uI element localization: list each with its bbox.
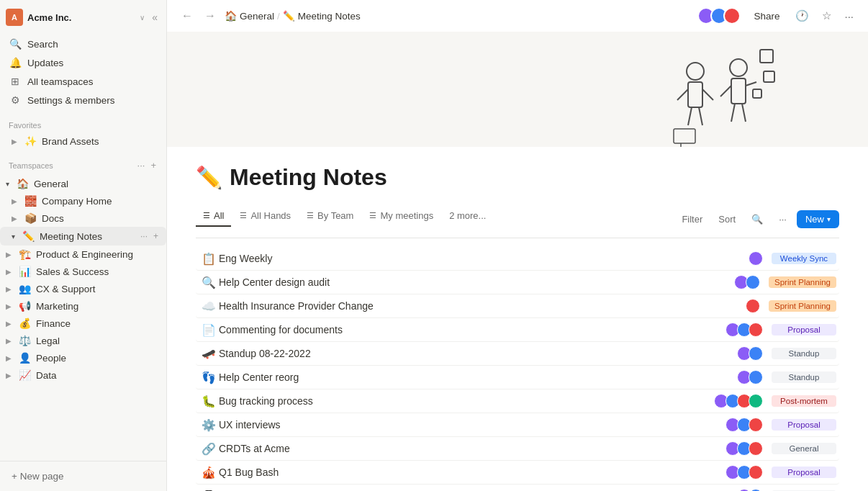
tab-more-label: 2 more... <box>449 210 486 221</box>
sort-button[interactable]: Sort <box>713 211 741 228</box>
svg-line-11 <box>742 104 746 122</box>
tab-all-hands[interactable]: ☰ All Hands <box>232 206 298 227</box>
filter-button[interactable]: Filter <box>676 211 708 228</box>
sidebar-item-all-teamspaces[interactable]: ⊞ All teamspaces <box>3 72 163 91</box>
meeting-row[interactable]: 🐛 Bug tracking process Post-mortem <box>196 389 839 413</box>
sidebar-item-product-engineering[interactable]: ▶ 🏗️ Product & Engineering <box>0 246 166 263</box>
new-page-button[interactable]: + New page <box>6 467 161 485</box>
marketing-expand-icon: ▶ <box>6 302 12 310</box>
sidebar-item-data[interactable]: ▶ 📈 Data <box>0 366 166 384</box>
finance-expand-icon: ▶ <box>6 320 12 328</box>
sidebar-item-docs[interactable]: ▶ 📦 Docs <box>0 210 166 227</box>
sidebar-item-legal[interactable]: ▶ ⚖️ Legal <box>0 332 166 349</box>
meeting-emoji: 📋 <box>199 252 219 266</box>
svg-rect-13 <box>764 71 774 82</box>
updates-icon: 🔔 <box>9 57 22 68</box>
svg-rect-15 <box>674 129 695 143</box>
sidebar: A Acme Inc. ∨ « 🔍 Search 🔔 Updates ⊞ All… <box>0 0 167 491</box>
meeting-tag: Proposal <box>772 419 836 431</box>
brand-assets-label: Brand Assets <box>42 136 161 147</box>
svg-line-5 <box>699 107 702 125</box>
meeting-notes-icon: ✏️ <box>21 230 35 242</box>
sidebar-item-general[interactable]: ▾ 🏠 General <box>0 175 166 192</box>
meeting-title: Commenting for documents <box>219 324 725 335</box>
forward-button[interactable]: → <box>202 6 219 25</box>
meeting-avatar <box>746 299 760 313</box>
sidebar-collapse-button[interactable]: « <box>149 9 161 26</box>
back-button[interactable]: ← <box>178 6 196 25</box>
meeting-notes-actions: ··· + <box>138 230 161 243</box>
people-icon: 👤 <box>17 352 32 364</box>
docs-label: Docs <box>42 213 161 224</box>
tab-my-meetings[interactable]: ☰ My meetings <box>362 206 440 227</box>
titlebar: ← → 🏠 General / ✏️ Meeting Notes Share 🕐… <box>167 0 868 32</box>
table-options-button[interactable]: ··· <box>773 211 792 228</box>
cx-expand-icon: ▶ <box>6 285 12 293</box>
workspace-icon: A <box>6 9 23 26</box>
brand-assets-icon: ✨ <box>23 135 37 147</box>
share-button[interactable]: Share <box>748 8 785 24</box>
more-options-button[interactable]: ··· <box>841 7 856 25</box>
new-button-chevron-icon: ▾ <box>827 215 831 223</box>
sidebar-item-brand-assets[interactable]: ▶ ✨ Brand Assets <box>0 132 166 150</box>
sidebar-item-search[interactable]: 🔍 Search <box>3 35 163 53</box>
history-button[interactable]: 🕐 <box>792 6 812 25</box>
sidebar-item-people[interactable]: ▶ 👤 People <box>0 349 166 366</box>
finance-label: Finance <box>36 318 161 329</box>
meeting-emoji: ⚙️ <box>199 418 219 432</box>
meeting-row[interactable]: 🎪 Q1 Bug Bash Proposal <box>196 461 839 485</box>
meeting-row[interactable]: ⚙️ UX interviews Proposal <box>196 413 839 437</box>
sidebar-navigation: 🔍 Search 🔔 Updates ⊞ All teamspaces ⚙ Se… <box>0 32 166 112</box>
meeting-title: Q1 Bug Bash <box>219 467 725 478</box>
meeting-row[interactable]: 🔗 CRDTs at Acme General <box>196 437 839 461</box>
tab-all[interactable]: ☰ All <box>196 206 231 227</box>
meeting-tag: Weekly Sync <box>772 253 836 264</box>
workspace-name: Acme Inc. <box>27 12 135 23</box>
new-document-button[interactable]: New ▾ <box>797 210 839 228</box>
meeting-row[interactable]: 💬 Chat functionality Ad Hoc <box>196 485 839 491</box>
sidebar-item-marketing[interactable]: ▶ 📢 Marketing <box>0 297 166 315</box>
teamspaces-more-button[interactable]: ··· <box>136 158 147 172</box>
expand-arrow-icon: ▶ <box>12 138 17 145</box>
meeting-row[interactable]: 🛹 Standup 08-22-2022 Standup <box>196 342 839 366</box>
breadcrumb-section[interactable]: General <box>240 11 274 22</box>
teamspaces-add-button[interactable]: + <box>149 158 158 172</box>
sales-icon: 📊 <box>17 266 32 277</box>
sidebar-item-settings[interactable]: ⚙ Settings & members <box>3 91 163 109</box>
meeting-notes-more-button[interactable]: ··· <box>138 230 150 243</box>
cx-label: CX & Support <box>36 284 161 294</box>
meeting-title: Help Center reorg <box>219 371 737 383</box>
meeting-tag: Post-mortem <box>772 395 836 407</box>
sidebar-item-company-home[interactable]: ▶ 🧱 Company Home <box>0 192 166 210</box>
meeting-row[interactable]: 📋 Eng Weekly Weekly Sync <box>196 247 839 271</box>
sidebar-item-updates[interactable]: 🔔 Updates <box>3 53 163 72</box>
sidebar-item-finance[interactable]: ▶ 💰 Finance <box>0 315 166 332</box>
sidebar-item-cx[interactable]: ▶ 👥 CX & Support <box>0 280 166 297</box>
legal-expand-icon: ▶ <box>6 337 12 345</box>
sidebar-item-sales[interactable]: ▶ 📊 Sales & Success <box>0 263 166 280</box>
favorites-label: Favorites <box>9 121 41 130</box>
svg-rect-7 <box>731 78 746 104</box>
meeting-row[interactable]: 👣 Help Center reorg Standup <box>196 366 839 389</box>
meeting-emoji: 🔍 <box>199 276 219 289</box>
meeting-row[interactable]: 🔍 Help Center design audit Sprint Planni… <box>196 271 839 294</box>
meeting-emoji: 🔗 <box>199 442 219 456</box>
tabs-actions: Filter Sort 🔍 ··· New ▾ <box>676 210 839 228</box>
meeting-notes-add-button[interactable]: + <box>151 230 161 243</box>
meeting-avatar <box>749 251 763 266</box>
meeting-avatar <box>749 346 763 361</box>
meeting-tag: Proposal <box>772 467 836 478</box>
favorite-button[interactable]: ☆ <box>819 6 834 25</box>
meeting-row[interactable]: 📄 Commenting for documents Proposal <box>196 318 839 342</box>
page-title-text: Meeting Notes <box>230 164 387 191</box>
breadcrumb-page[interactable]: Meeting Notes <box>298 11 361 22</box>
meeting-row[interactable]: ☁️ Health Insurance Provider Change Spri… <box>196 294 839 318</box>
people-label: People <box>36 353 161 364</box>
search-filter-button[interactable]: 🔍 <box>746 211 769 228</box>
tab-more[interactable]: 2 more... <box>442 206 493 227</box>
svg-line-9 <box>746 82 756 86</box>
workspace-chevron-icon[interactable]: ∨ <box>140 14 145 22</box>
tab-by-team[interactable]: ☰ By Team <box>299 206 361 227</box>
sidebar-item-meeting-notes[interactable]: ▾ ✏️ Meeting Notes ··· + <box>0 227 166 246</box>
svg-line-2 <box>677 89 688 100</box>
